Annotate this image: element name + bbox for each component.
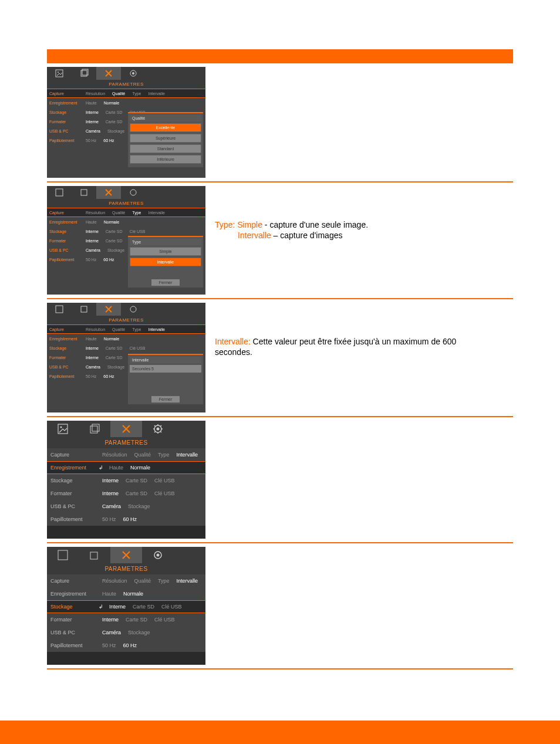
intervalle-desc-1: Intervalle: Cette valeur peut être fixée… — [215, 337, 513, 346]
svg-point-21 — [157, 554, 160, 557]
svg-rect-19 — [90, 552, 97, 559]
type-desc-1: Type: Simple - capture d'une seule image… — [215, 220, 513, 229]
svg-rect-10 — [81, 306, 87, 312]
row-stockage: PARAMETRES CaptureRésolutionQualitéTypeI… — [47, 542, 513, 669]
svg-point-13 — [60, 427, 62, 428]
screenshot-qualite: PARAMETRES CaptureRésolutionQualitéTypeI… — [47, 67, 205, 178]
svg-rect-6 — [56, 189, 63, 196]
row-enregistrement: PARAMETRES CaptureRésolutionQualitéTypeI… — [47, 416, 513, 542]
tab-tools-icon — [110, 421, 142, 437]
screenshot-intervalle: PARAMETRES CaptureRésolutionQualitéTypeI… — [47, 303, 205, 412]
row-intervalle: PARAMETRES CaptureRésolutionQualitéTypeI… — [47, 298, 513, 416]
svg-rect-15 — [92, 424, 99, 431]
intervalle-desc-2: secondes. — [215, 347, 513, 357]
svg-point-1 — [58, 72, 59, 73]
footer — [0, 721, 560, 744]
screenshot-stockage: PARAMETRES CaptureRésolutionQualitéTypeI… — [47, 547, 205, 665]
svg-rect-7 — [81, 190, 87, 195]
svg-rect-18 — [58, 550, 68, 560]
svg-point-17 — [157, 428, 160, 431]
tab-stack-icon — [79, 421, 110, 437]
svg-point-5 — [132, 72, 134, 75]
svg-point-8 — [130, 190, 136, 195]
tab-gear-icon — [142, 421, 174, 437]
type-desc-2: Intervalle – capture d'images — [215, 231, 513, 240]
svg-rect-9 — [56, 306, 63, 313]
svg-rect-14 — [90, 426, 97, 433]
row-type: PARAMETRES CaptureRésolutionQualitéTypeI… — [47, 181, 513, 298]
row-qualite: PARAMETRES CaptureRésolutionQualitéTypeI… — [47, 62, 513, 181]
svg-point-11 — [130, 306, 136, 312]
tab-image-icon — [47, 421, 79, 437]
header-bar — [47, 49, 513, 62]
screenshot-type: PARAMETRES CaptureRésolutionQualitéTypeI… — [47, 186, 205, 295]
screenshot-enreg: PARAMETRES CaptureRésolutionQualitéTypeI… — [47, 421, 205, 539]
